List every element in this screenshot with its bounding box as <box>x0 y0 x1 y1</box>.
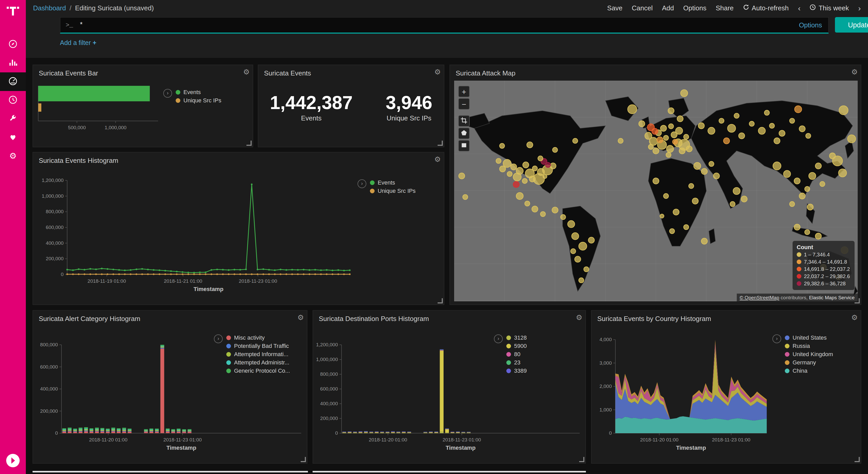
add-filter-link[interactable]: Add a filter + <box>60 39 96 47</box>
refresh-icon <box>743 4 749 11</box>
legend-item[interactable]: 80 <box>506 351 527 357</box>
time-range-button[interactable]: This week <box>810 4 849 11</box>
events-bar-chart[interactable]: 500,0001,000,000 <box>36 84 162 136</box>
panel-resize-handle[interactable] <box>438 141 443 146</box>
save-button[interactable]: Save <box>607 4 622 11</box>
legend-item[interactable]: 5900 <box>506 343 527 349</box>
svg-text:2,000: 2,000 <box>599 384 612 389</box>
compass-icon <box>8 39 18 50</box>
panel-settings-icon[interactable]: ⚙ <box>576 313 582 322</box>
panel-title: Suricata Alert Category Histogram <box>33 310 307 323</box>
legend-item[interactable]: Attempted Administr... <box>226 359 290 365</box>
panel-resize-handle[interactable] <box>246 141 252 146</box>
panel-settings-icon[interactable]: ⚙ <box>243 68 250 76</box>
panel-settings-icon[interactable]: ⚙ <box>434 68 441 76</box>
legend-item[interactable]: Events <box>176 89 221 95</box>
svg-text:Timestamp: Timestamp <box>676 445 706 451</box>
panel-suricata-events-bar: Suricata Events Bar ⚙ 500,0001,000,000 ›… <box>33 65 253 147</box>
svg-text:Timestamp: Timestamp <box>166 445 196 451</box>
query-options-link[interactable]: Options <box>799 21 822 29</box>
legend-item[interactable]: Unique Src IPs <box>176 97 221 103</box>
map-attribution: © OpenStreetMap contributors, Elastic Ma… <box>737 294 858 301</box>
chart-legend: ›Misc activityPotentially Bad TrafficAtt… <box>214 334 290 376</box>
legend-item[interactable]: Attempted Informati... <box>226 351 290 357</box>
legend-item[interactable]: 3389 <box>506 367 527 374</box>
legend-item[interactable]: Unique Src IPs <box>370 188 416 194</box>
fit-bounds-icon[interactable] <box>458 115 470 127</box>
legend-item[interactable]: United Kingdom <box>785 351 833 357</box>
update-button[interactable]: Update <box>835 17 868 33</box>
tmobile-logo[interactable] <box>0 0 26 23</box>
sidebar-collapse-button[interactable] <box>6 453 20 468</box>
legend-toggle-icon[interactable]: › <box>163 89 172 98</box>
sidebar-item-dashboard[interactable] <box>0 72 26 91</box>
panel-title: Suricata Attack Map <box>450 65 861 77</box>
legend-item[interactable]: Potentially Bad Traffic <box>226 343 290 349</box>
panel-resize-handle[interactable] <box>579 457 584 462</box>
legend-item[interactable]: United States <box>785 334 833 340</box>
sidebar-item-dev-tools[interactable] <box>0 110 26 128</box>
clock-icon <box>810 4 816 11</box>
chart-legend: ›EventsUnique Src IPs <box>358 179 416 196</box>
attack-map[interactable]: + − Count 1 – 7,346.47,346.4 – 14,691.81… <box>454 81 858 301</box>
draw-polygon-icon[interactable] <box>458 128 470 139</box>
legend-item[interactable]: Misc activity <box>226 334 290 340</box>
svg-text:1,200,000: 1,200,000 <box>41 178 64 183</box>
draw-rectangle-icon[interactable] <box>458 140 470 151</box>
openstreetmap-link[interactable]: © OpenStreetMap <box>740 295 779 300</box>
svg-text:2018-11-19 01:00: 2018-11-19 01:00 <box>88 278 126 284</box>
query-input[interactable]: >_ * Options <box>60 17 829 34</box>
legend-item[interactable]: Events <box>370 179 416 185</box>
auto-refresh-button[interactable]: Auto-refresh <box>743 4 789 11</box>
breadcrumb-current: Editing Suricata (unsaved) <box>75 4 154 11</box>
sidebar-item-management[interactable]: ⚙ <box>0 147 26 166</box>
legend-item[interactable]: Russia <box>785 343 833 349</box>
time-forward-button[interactable]: › <box>858 3 861 12</box>
chart-legend: ›EventsUnique Src IPs <box>163 89 221 106</box>
time-back-button[interactable]: ‹ <box>798 3 801 12</box>
svg-text:1,000: 1,000 <box>599 407 612 413</box>
svg-text:2018-11-23 01:00: 2018-11-23 01:00 <box>442 437 481 442</box>
options-button[interactable]: Options <box>683 4 707 11</box>
share-button[interactable]: Share <box>716 4 734 11</box>
legend-item[interactable]: Germany <box>785 359 833 365</box>
legend-toggle-icon[interactable]: › <box>494 334 503 343</box>
gear-icon: ⚙ <box>9 152 17 160</box>
map-legend-item: 14,691.8 – 22,037.2 <box>797 266 850 272</box>
svg-text:1,000,000: 1,000,000 <box>104 125 127 130</box>
panel-settings-icon[interactable]: ⚙ <box>434 155 441 164</box>
sidebar-item-monitoring[interactable] <box>0 128 26 147</box>
panel-resize-handle[interactable] <box>855 457 860 462</box>
legend-item[interactable]: 23 <box>506 359 527 365</box>
zoom-out-button[interactable]: − <box>458 98 470 110</box>
legend-toggle-icon[interactable]: › <box>214 334 223 343</box>
map-legend: Count 1 – 7,346.47,346.4 – 14,691.814,69… <box>793 241 855 290</box>
panel-settings-icon[interactable]: ⚙ <box>851 68 858 76</box>
legend-item[interactable]: 3128 <box>506 334 527 340</box>
svg-text:Timestamp: Timestamp <box>445 445 475 451</box>
svg-text:800,000: 800,000 <box>320 372 338 377</box>
sidebar-item-discover[interactable] <box>0 35 26 54</box>
sidebar-item-visualize[interactable] <box>0 54 26 72</box>
legend-toggle-icon[interactable]: › <box>772 334 781 343</box>
panel-title: Suricata Events Histogram <box>33 152 444 165</box>
zoom-in-button[interactable]: + <box>458 86 470 97</box>
panel-suricata-events-histogram: Suricata Events Histogram ⚙ 0200,000400,… <box>33 152 444 305</box>
legend-item[interactable]: China <box>785 367 833 374</box>
map-legend-item: 7,346.4 – 14,691.8 <box>797 259 850 265</box>
panel-settings-icon[interactable]: ⚙ <box>851 313 858 322</box>
add-button[interactable]: Add <box>662 4 674 11</box>
metric-row: 1,442,387 Events 3,946 Unique Src IPs <box>258 92 444 122</box>
legend-item[interactable]: Generic Protocol Co... <box>226 367 290 374</box>
sidebar-item-timelion[interactable] <box>0 91 26 110</box>
map-legend-item: 22,037.2 – 29,382.6 <box>797 273 850 279</box>
svg-text:1,000,000: 1,000,000 <box>316 357 338 362</box>
svg-text:200,000: 200,000 <box>320 416 338 421</box>
cancel-button[interactable]: Cancel <box>632 4 653 11</box>
panel-resize-handle[interactable] <box>301 457 306 462</box>
destination-ports-bar-chart[interactable]: 0200,000400,000600,000800,0001,000,0001,… <box>313 324 586 464</box>
panel-resize-handle[interactable] <box>438 298 443 303</box>
legend-toggle-icon[interactable]: › <box>358 179 366 188</box>
panel-settings-icon[interactable]: ⚙ <box>297 313 304 322</box>
breadcrumb-dashboard-link[interactable]: Dashboard <box>33 4 66 11</box>
